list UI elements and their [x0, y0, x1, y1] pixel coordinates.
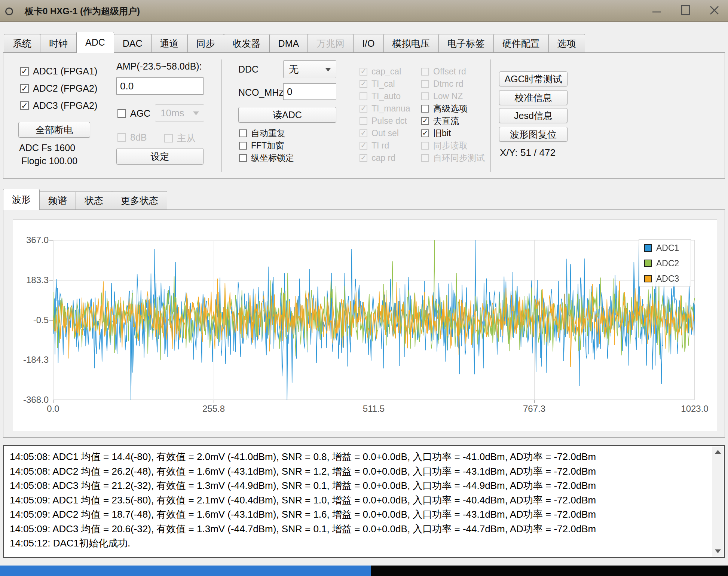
checkbox-agc[interactable]: AGC	[117, 108, 150, 119]
checkbox-box	[360, 92, 367, 100]
tab-status[interactable]: 状态	[76, 191, 112, 210]
checkbox-box[interactable]: ✓	[20, 84, 29, 93]
tab-waveform[interactable]: 波形	[3, 189, 40, 210]
set-button[interactable]: 设定	[116, 148, 204, 165]
checkbox-master-slave: 主从	[164, 132, 196, 144]
view-tab-bar: 波形 频谱 状态 更多状态	[3, 189, 167, 210]
checkbox-box[interactable]	[117, 109, 126, 118]
checkbox-label: ADC3 (FPGA2)	[33, 100, 97, 111]
checkbox-box	[117, 133, 126, 142]
checkbox-adc1[interactable]: ✓ ADC1 (FPGA1)	[20, 66, 97, 77]
checkbox-box[interactable]	[239, 154, 247, 162]
checkbox-label: 高级选项	[433, 103, 468, 114]
checkbox-sync-read: 同步读取	[421, 141, 485, 150]
separator	[221, 59, 222, 172]
agc-interval-dropdown: 10ms	[155, 104, 204, 122]
ddc-dropdown[interactable]: 无	[283, 60, 336, 78]
checkbox-adc3[interactable]: ✓ ADC3 (FPGA2)	[20, 100, 97, 111]
checkbox-box[interactable]: ✓	[421, 129, 429, 137]
separator	[112, 59, 112, 172]
legend-item-adc1: ADC1	[644, 243, 691, 253]
nco-input[interactable]	[283, 83, 336, 100]
tab-system[interactable]: 系统	[4, 34, 40, 53]
legend-swatch-adc3	[644, 275, 652, 282]
checkbox-box[interactable]	[239, 142, 247, 150]
read-adc-button[interactable]: 读ADC	[238, 107, 336, 123]
tab-sync[interactable]: 同步	[187, 34, 224, 53]
tab-clock[interactable]: 时钟	[40, 34, 77, 53]
checkbox-ti-rd: ✓TI rd	[360, 141, 410, 150]
log-scrollbar[interactable]	[712, 447, 724, 557]
amp-label: AMP(-23.5~58.0dB):	[116, 61, 202, 72]
checkbox-label: Low NZ	[433, 91, 463, 101]
plot-area	[53, 240, 695, 400]
log-line: 14:05:12: DAC1初始化成功.	[10, 536, 708, 551]
checkbox-box[interactable]: ✓	[421, 117, 429, 125]
amp-input[interactable]	[116, 77, 204, 95]
agc-interval-value: 10ms	[160, 107, 184, 119]
legend-item-adc3: ADC3	[644, 273, 691, 284]
tab-analog-voltage[interactable]: 模拟电压	[383, 34, 439, 53]
tab-spectrum[interactable]: 频谱	[39, 191, 76, 210]
checkbox-label: cap rd	[371, 153, 395, 163]
calibration-info-button[interactable]: 校准信息	[499, 90, 568, 105]
maximize-icon[interactable]	[679, 4, 692, 16]
tab-etag[interactable]: 电子标签	[438, 34, 494, 53]
checkbox-auto-repeat[interactable]: 自动重复	[239, 129, 294, 138]
checkbox-remove-dc[interactable]: ✓去直流	[421, 116, 485, 126]
checkbox-low-nz: Low NZ	[421, 92, 485, 101]
flogic-label: Flogic 100.00	[21, 156, 77, 166]
scroll-down-arrow[interactable]	[712, 546, 724, 557]
checkbox-dtmc-rd: Dtmc rd	[421, 79, 485, 89]
agc-test-button[interactable]: AGC时常测试	[499, 71, 568, 86]
tab-io[interactable]: I/O	[353, 34, 383, 53]
checkbox-label: ADC1 (FPGA1)	[33, 66, 97, 77]
scroll-up-arrow[interactable]	[712, 447, 724, 457]
checkbox-ti-cal: ✓TI_cal	[360, 79, 410, 89]
waveform-chart: 367.0 183.3 -0.5 -184.3 -368.0 0.0 255.8…	[13, 219, 717, 431]
checkbox-label: TI_manua	[371, 104, 410, 114]
waveform-reset-button[interactable]: 波形图复位	[499, 127, 568, 142]
legend-label: ADC1	[656, 243, 679, 253]
tab-transceiver[interactable]: 收发器	[224, 34, 270, 53]
checkbox-box[interactable]: ✓	[20, 101, 29, 110]
checkbox-label: TI_auto	[371, 91, 401, 101]
checkbox-fft-window[interactable]: FFT加窗	[239, 141, 294, 150]
log-output[interactable]: 14:05:08: ADC1 均值 = 14.4(-80), 有效值 = 2.0…	[3, 445, 725, 558]
checkbox-box[interactable]	[239, 129, 247, 137]
tab-hw-config[interactable]: 硬件配置	[493, 34, 549, 53]
tab-dac[interactable]: DAC	[114, 34, 152, 53]
xy-readout: X/Y: 51 / 472	[500, 147, 556, 159]
tab-more-status[interactable]: 更多状态	[112, 191, 167, 210]
checkbox-adc2[interactable]: ✓ ADC2 (FPGA2)	[20, 83, 97, 94]
waveform-canvas[interactable]	[53, 240, 695, 400]
legend-item-adc2: ADC2	[644, 258, 691, 269]
checkbox-box[interactable]: ✓	[20, 67, 29, 76]
close-icon[interactable]	[708, 4, 721, 16]
checkbox-cap-rd: ✓cap rd	[360, 153, 410, 163]
minimize-icon[interactable]	[651, 4, 663, 16]
x-tick-label: 767.3	[508, 404, 560, 414]
y-tick-label: 367.0	[13, 235, 49, 245]
checkbox-label: 同步读取	[433, 140, 468, 151]
checkbox-ti-auto: TI_auto	[360, 92, 410, 101]
tab-options[interactable]: 选项	[548, 34, 585, 53]
progress-fill	[0, 566, 371, 576]
power-off-all-button[interactable]: 全部断电	[18, 122, 90, 138]
legend-swatch-adc1	[644, 244, 652, 252]
chevron-down-icon	[325, 68, 331, 71]
checkbox-label: Offset rd	[433, 67, 466, 77]
ddc-value: 无	[289, 63, 299, 76]
tab-dma[interactable]: DMA	[269, 34, 308, 53]
jesd-info-button[interactable]: Jesd信息	[499, 108, 568, 123]
checkbox-pulse-dct: Pulse dct	[360, 116, 410, 126]
x-tick-label: 511.5	[348, 404, 400, 414]
checkbox-old-bit[interactable]: ✓旧bit	[421, 129, 485, 138]
y-tick-label: 183.3	[13, 275, 49, 285]
checkbox-yaxis-lock[interactable]: 纵坐标锁定	[239, 153, 294, 163]
checkbox-advanced-options[interactable]: 高级选项	[421, 104, 485, 113]
tab-adc[interactable]: ADC	[76, 32, 114, 53]
window-title: 板卡0 HXG-1 (作为超级用户)	[25, 5, 140, 17]
checkbox-box[interactable]	[421, 105, 429, 113]
tab-channel[interactable]: 通道	[151, 34, 188, 53]
